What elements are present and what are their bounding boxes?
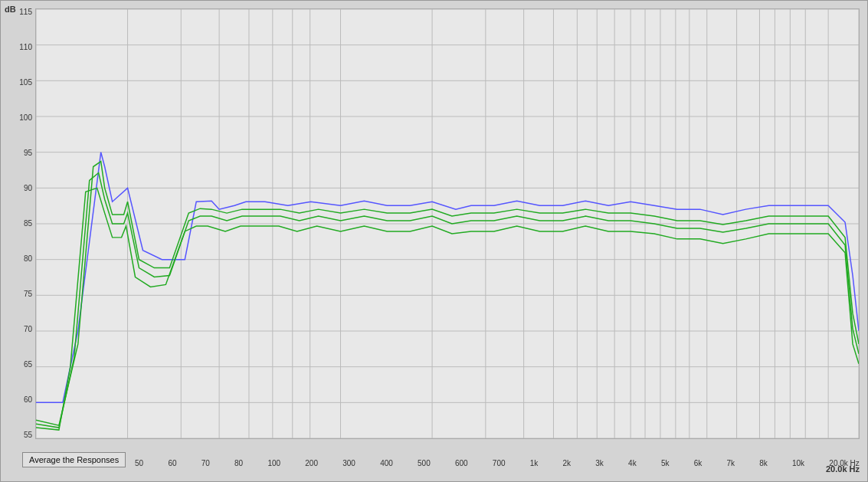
x-tick: 100 — [267, 459, 280, 467]
x-tick: 400 — [380, 459, 393, 467]
y-tick: 70 — [24, 326, 32, 333]
green-curve-3 — [36, 188, 859, 430]
x-tick: 60 — [168, 459, 176, 467]
x-tick: 700 — [493, 459, 506, 467]
x-tick: 7k — [726, 459, 735, 467]
x-tick: 3k — [595, 459, 604, 467]
x-tick: 4k — [628, 459, 637, 467]
x-tick: 10k — [792, 459, 804, 467]
x-tick: 50 — [135, 459, 143, 467]
y-tick: 60 — [24, 396, 32, 404]
x-tick: 500 — [418, 459, 431, 467]
y-axis: 115 110 105 100 95 90 85 80 75 70 65 60 … — [1, 8, 35, 439]
x-tick: 300 — [342, 459, 355, 467]
x-tick: 80 — [234, 459, 243, 467]
green-curve-2 — [36, 172, 859, 428]
x-tick: 1k — [530, 459, 539, 467]
x-tick: 20.0k Hz — [829, 459, 859, 467]
x-tick: 200 — [305, 459, 318, 467]
y-tick: 65 — [24, 361, 32, 369]
average-responses-button[interactable]: Average the Responses — [22, 452, 126, 467]
y-tick: 115 — [19, 8, 32, 16]
x-tick: 5k — [661, 459, 670, 467]
chart-container: dB 20.0k Hz 115 110 105 100 95 90 85 80 … — [0, 0, 868, 482]
y-tick: 80 — [24, 255, 32, 263]
y-tick: 55 — [24, 431, 32, 439]
x-tick: 6k — [694, 459, 703, 467]
y-tick: 90 — [24, 185, 32, 192]
y-tick: 105 — [19, 79, 32, 87]
y-tick: 75 — [24, 290, 32, 298]
blue-curve — [36, 152, 859, 403]
chart-area: .grid-line { stroke: #bbbbbb; stroke-wid… — [35, 8, 860, 439]
y-tick: 110 — [19, 44, 32, 51]
y-tick: 85 — [24, 220, 32, 228]
green-curve-1 — [36, 162, 859, 426]
y-tick: 95 — [24, 149, 32, 157]
y-tick: 100 — [19, 114, 32, 122]
chart-svg: .grid-line { stroke: #bbbbbb; stroke-wid… — [36, 9, 859, 438]
x-tick: 2k — [563, 459, 572, 467]
x-tick: 70 — [201, 459, 210, 467]
x-tick: 600 — [455, 459, 468, 467]
x-tick: 8k — [759, 459, 768, 467]
x-axis: 20 30 40 50 60 70 80 100 200 300 400 500… — [35, 459, 860, 467]
